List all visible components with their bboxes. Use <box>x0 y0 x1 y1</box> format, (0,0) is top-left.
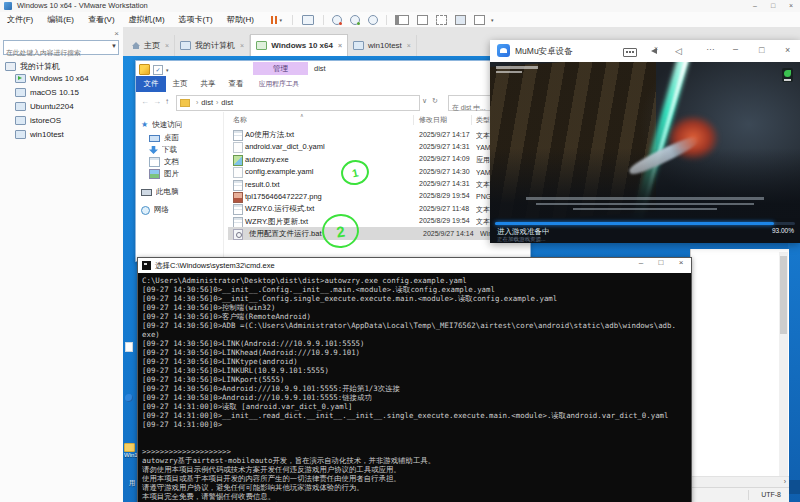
maximize-icon[interactable]: □ <box>759 45 764 55</box>
browser-icon-fragment[interactable] <box>125 394 133 402</box>
suspend-caret-icon[interactable]: ▾ <box>279 17 282 23</box>
close-icon[interactable]: × <box>671 258 691 267</box>
nav-documents[interactable]: 文档 <box>149 157 236 167</box>
thumbnail-bar-icon[interactable] <box>455 15 466 25</box>
mumu-titlebar[interactable]: MuMu安卓设备 ◁ … – □ × <box>490 40 800 62</box>
cmd-titlebar[interactable]: 选择C:\Windows\system32\cmd.exe – □ × <box>138 258 691 273</box>
tab-close-icon[interactable]: × <box>338 42 342 49</box>
ribbon-manage-tab[interactable]: 管理 <box>253 62 308 75</box>
console-view-icon[interactable] <box>417 15 428 25</box>
tree-vm-windows10[interactable]: Windows 10 x64 <box>15 74 89 83</box>
breadcrumb[interactable]: › dist › dist <box>176 95 420 111</box>
ribbon-apptools-tab[interactable]: 应用程序工具 <box>250 76 308 92</box>
ctrl-alt-del-icon[interactable] <box>302 15 314 25</box>
close-icon[interactable]: × <box>785 45 790 55</box>
explorer-titlebar: ✓ ▾ 管理 dist <box>136 61 530 76</box>
file-row[interactable]: tpl1756466472227.png 2025/8/29 19:54 PNG… <box>224 190 530 202</box>
tab-close-icon[interactable]: × <box>240 42 244 49</box>
manage-snapshots-icon[interactable] <box>368 15 378 25</box>
suspend-vm-icon[interactable] <box>271 16 278 24</box>
file-row[interactable]: A0使用方法.txt 2025/9/27 14:17 文本文档 <box>224 128 530 140</box>
tab-win10test[interactable]: win10test × <box>348 35 417 56</box>
maximize-icon[interactable]: □ <box>651 258 671 267</box>
tab-close-icon[interactable]: × <box>407 42 411 49</box>
scrollbar-thumb[interactable] <box>780 256 787 334</box>
tab-home[interactable]: 主页 × <box>127 35 175 56</box>
desktop-icon <box>149 135 160 142</box>
nav-this-pc[interactable]: 此电脑 <box>141 187 228 197</box>
refresh-icon[interactable]: ↻ <box>432 97 438 105</box>
ribbon-file-tab[interactable]: 文件 <box>136 76 166 92</box>
desktop-icon-fragment[interactable] <box>125 342 133 352</box>
tab-close-icon[interactable]: × <box>165 42 169 49</box>
ribbon-view-tab[interactable]: 查看 <box>222 76 250 92</box>
vmware-titlebar: Windows 10 x64 - VMware Workstation – □ … <box>0 0 800 12</box>
nav-desktop[interactable]: 桌面 <box>149 133 236 143</box>
nav-pictures[interactable]: 图片 <box>149 169 236 179</box>
tree-vm-macos[interactable]: macOS 10.15 <box>15 88 79 97</box>
library-search-input[interactable] <box>4 47 108 58</box>
column-type[interactable]: 类型 <box>476 115 490 125</box>
ribbon-home-tab[interactable]: 主页 <box>166 76 194 92</box>
close-icon[interactable]: × <box>782 0 800 11</box>
game-viewport[interactable] <box>490 62 800 218</box>
unity-view-icon[interactable] <box>436 15 447 25</box>
tree-vm-istoreos[interactable]: istoreOS <box>15 116 61 125</box>
file-row[interactable]: config.example.yaml 2025/9/27 14:30 YAML… <box>224 165 530 177</box>
library-search-dropdown-icon[interactable]: ▼ <box>111 43 117 49</box>
minimize-icon[interactable]: – <box>631 258 651 267</box>
show-library-icon[interactable] <box>395 15 409 25</box>
quick-access-properties-icon[interactable]: ✓ <box>153 65 163 75</box>
menu-tabs[interactable]: 选项卡(T) <box>172 14 220 25</box>
file-row[interactable]: autowzry.exe 2025/9/27 14:09 应用程序 <box>224 153 530 165</box>
nav-network[interactable]: 网络 <box>141 205 228 215</box>
back-icon[interactable]: ← <box>141 97 149 106</box>
fullscreen-icon[interactable] <box>474 15 485 25</box>
file-row[interactable]: android.var_dict_0.yaml 2025/9/27 14:31 … <box>224 140 530 152</box>
loading-subtitle: 正在加载游戏资源... <box>497 236 546 243</box>
breadcrumb-crumb[interactable]: dist <box>201 98 213 107</box>
menu-view[interactable]: 查看(V) <box>81 14 122 25</box>
tree-vm-ubuntu[interactable]: Ubuntu2204 <box>15 102 74 111</box>
forward-icon[interactable]: → <box>153 97 161 106</box>
fullscreen-caret-icon[interactable]: ▾ <box>491 17 494 23</box>
tab-windows10-x64[interactable]: Windows 10 x64 × <box>250 34 348 56</box>
folder-icon-fragment[interactable] <box>124 443 135 452</box>
mute-speaker-icon[interactable] <box>651 48 657 54</box>
tree-vm-win10test[interactable]: win10test <box>15 130 64 139</box>
menu-file[interactable]: 文件(F) <box>0 14 40 25</box>
cmd-console[interactable]: C:\Users\Administrator\Desktop\dist\dist… <box>138 273 691 502</box>
take-snapshot-icon[interactable] <box>332 15 342 25</box>
file-row-selected[interactable]: 使用配置文件运行.bat 2025/9/27 14:14 Windows... <box>228 227 530 239</box>
keyboard-mapping-icon[interactable] <box>623 48 637 57</box>
menu-help[interactable]: 帮助(H) <box>220 14 261 25</box>
screenshot-root: Windows 10 x64 - VMware Workstation – □ … <box>0 0 800 502</box>
nav-downloads[interactable]: 下载 <box>149 145 236 155</box>
file-row[interactable]: WZRY.图片更新.txt 2025/8/29 19:54 文本文档 <box>224 215 530 227</box>
minimize-icon[interactable]: – <box>746 0 764 11</box>
tree-root-my-computer[interactable]: 我的计算机 <box>5 61 60 72</box>
back-icon[interactable]: ◁ <box>675 46 682 56</box>
library-close-icon[interactable]: × <box>114 29 119 38</box>
nav-quick-access[interactable]: ★ 快速访问 <box>141 120 228 130</box>
more-options-icon[interactable]: … <box>706 42 715 52</box>
breadcrumb-crumb[interactable]: dist <box>221 98 233 107</box>
menu-edit[interactable]: 编辑(E) <box>40 14 81 25</box>
up-icon[interactable]: ↑ <box>165 97 169 106</box>
scroll-right-icon[interactable]: › <box>784 478 786 485</box>
ribbon-share-tab[interactable]: 共享 <box>194 76 222 92</box>
revert-snapshot-icon[interactable] <box>350 15 360 25</box>
column-date[interactable]: 修改日期 <box>419 115 447 125</box>
qat-caret-icon[interactable]: ▾ <box>166 67 169 73</box>
vertical-scrollbar[interactable] <box>779 252 788 476</box>
minimize-icon[interactable]: – <box>733 44 738 54</box>
file-row[interactable]: result.0.txt 2025/9/27 14:31 文本文档 <box>224 178 530 190</box>
column-name[interactable]: 名称 <box>233 115 247 125</box>
pictures-icon <box>149 169 160 179</box>
address-dropdown-icon[interactable]: ∨ <box>422 97 427 105</box>
file-row[interactable]: WZRY.0.运行模式.txt 2025/9/27 11:48 文本文档 <box>224 202 530 214</box>
menu-vm[interactable]: 虚拟机(M) <box>122 14 172 25</box>
library-search-box[interactable]: ▼ <box>3 40 119 55</box>
tab-my-computer[interactable]: 我的计算机 × <box>175 35 250 56</box>
maximize-icon[interactable]: □ <box>764 0 782 11</box>
